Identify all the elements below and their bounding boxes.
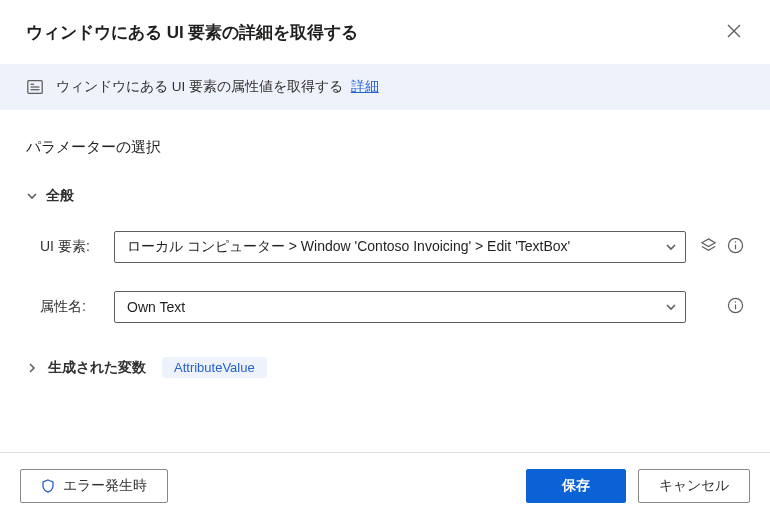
close-button[interactable] bbox=[720, 18, 748, 46]
form-detail-icon bbox=[26, 78, 44, 96]
save-button[interactable]: 保存 bbox=[526, 469, 626, 503]
chevron-right-icon bbox=[26, 362, 38, 374]
shield-icon bbox=[41, 479, 55, 493]
chevron-down-icon bbox=[26, 190, 38, 202]
dialog-title: ウィンドウにある UI 要素の詳細を取得する bbox=[26, 21, 358, 44]
group-variables-toggle[interactable]: 生成された変数 AttributeValue bbox=[26, 357, 744, 378]
ui-element-select[interactable]: ローカル コンピューター > Window 'Contoso Invoicing… bbox=[114, 231, 686, 263]
group-general-toggle[interactable]: 全般 bbox=[26, 187, 744, 205]
close-icon bbox=[727, 24, 741, 41]
attribute-name-info-button[interactable] bbox=[727, 297, 744, 317]
info-icon bbox=[727, 297, 744, 317]
details-link[interactable]: 詳細 bbox=[351, 79, 379, 94]
variable-pill[interactable]: AttributeValue bbox=[162, 357, 267, 378]
layers-icon bbox=[700, 237, 717, 257]
attribute-name-value: Own Text bbox=[127, 299, 185, 315]
chevron-down-icon bbox=[665, 241, 677, 253]
on-error-label: エラー発生時 bbox=[63, 477, 147, 495]
cancel-button[interactable]: キャンセル bbox=[638, 469, 750, 503]
chevron-down-icon bbox=[665, 301, 677, 313]
element-picker-button[interactable] bbox=[700, 237, 717, 257]
svg-point-9 bbox=[735, 301, 737, 303]
attribute-name-select[interactable]: Own Text bbox=[114, 291, 686, 323]
ui-element-info-button[interactable] bbox=[727, 237, 744, 257]
parameters-section-title: パラメーターの選択 bbox=[26, 138, 744, 157]
svg-point-6 bbox=[735, 241, 737, 243]
ui-element-value: ローカル コンピューター > Window 'Contoso Invoicing… bbox=[127, 238, 570, 256]
ui-element-label: UI 要素: bbox=[40, 238, 102, 256]
save-label: 保存 bbox=[562, 477, 590, 495]
variables-label: 生成された変数 bbox=[48, 359, 146, 377]
info-banner: ウィンドウにある UI 要素の属性値を取得する 詳細 bbox=[0, 64, 770, 110]
info-icon bbox=[727, 237, 744, 257]
on-error-button[interactable]: エラー発生時 bbox=[20, 469, 168, 503]
group-general-label: 全般 bbox=[46, 187, 74, 205]
cancel-label: キャンセル bbox=[659, 477, 729, 495]
attribute-name-label: 属性名: bbox=[40, 298, 102, 316]
info-text: ウィンドウにある UI 要素の属性値を取得する bbox=[56, 79, 343, 94]
